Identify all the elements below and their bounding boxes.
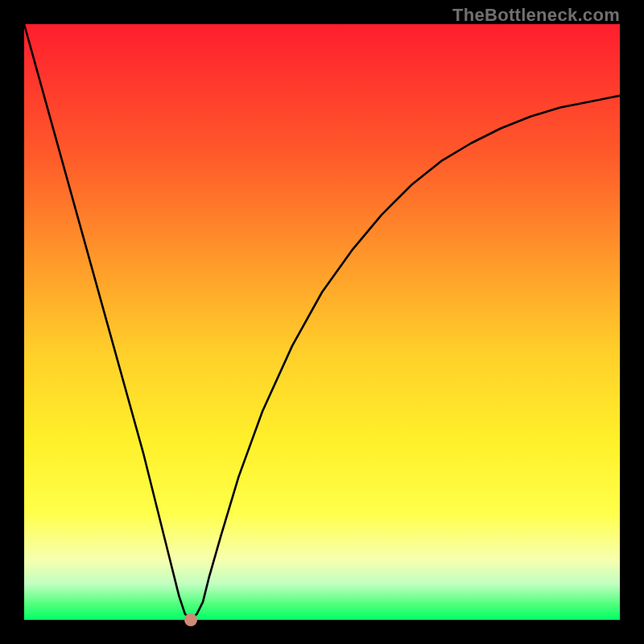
plot-area <box>24 24 620 620</box>
bottleneck-curve <box>24 24 620 620</box>
source-attribution: TheBottleneck.com <box>452 5 620 26</box>
optimum-marker <box>184 613 197 626</box>
chart-frame: TheBottleneck.com <box>0 0 644 644</box>
